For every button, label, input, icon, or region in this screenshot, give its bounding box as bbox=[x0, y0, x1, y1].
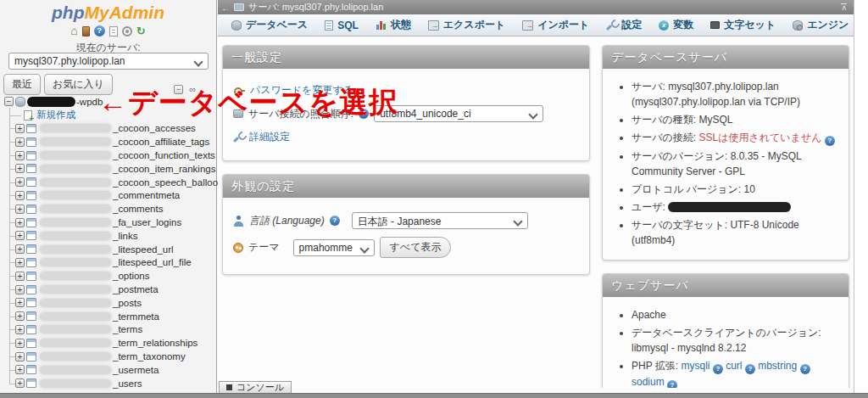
tree-table-row[interactable]: _term_taxonomy bbox=[0, 350, 214, 363]
general-settings-panel: 一般設定 パスワードを変更する サーバ接続の照合順序: utf8mb4_unic… bbox=[222, 45, 590, 161]
table-icon bbox=[26, 298, 36, 307]
tree-table-row[interactable]: _termmeta bbox=[0, 310, 214, 323]
help-icon[interactable] bbox=[800, 364, 810, 374]
documentation-icon[interactable] bbox=[109, 26, 118, 36]
redacted-table-prefix bbox=[40, 245, 111, 254]
expand-icon[interactable] bbox=[15, 258, 25, 267]
settings-gear-icon[interactable] bbox=[122, 26, 132, 36]
php-extension-link[interactable]: mbstring bbox=[758, 360, 797, 372]
tree-table-row[interactable]: _cocoon_item_rankings bbox=[0, 162, 214, 176]
expand-icon[interactable] bbox=[15, 311, 25, 321]
tab-status[interactable]: 状態 bbox=[367, 14, 420, 36]
tree-table-row[interactable]: _commentmeta bbox=[0, 189, 214, 203]
item-value: libmysql - mysqlnd 8.2.12 bbox=[632, 342, 746, 354]
recent-button[interactable]: 最近 bbox=[3, 74, 41, 95]
tab-import[interactable]: インポート bbox=[514, 14, 598, 36]
tree-table-row[interactable]: _posts bbox=[0, 296, 214, 310]
theme-select[interactable]: pmahomme bbox=[293, 239, 375, 256]
tab-settings[interactable]: 設定 bbox=[598, 14, 650, 36]
help-icon[interactable] bbox=[825, 136, 835, 146]
wrench-icon bbox=[233, 132, 244, 143]
expand-icon[interactable] bbox=[15, 218, 25, 227]
tree-table-row[interactable]: _cocoon_affiliate_tags bbox=[0, 135, 214, 149]
php-extension-link[interactable]: mysqli bbox=[681, 360, 709, 372]
server-select[interactable]: mysql307.phy.lolipop.lan bbox=[8, 53, 209, 70]
tab-label: 変数 bbox=[673, 18, 693, 32]
item-label: ユーザ: bbox=[632, 201, 665, 213]
table-name-suffix: _posts bbox=[113, 298, 142, 308]
expand-icon[interactable] bbox=[15, 244, 25, 254]
tab-engines[interactable]: エンジン bbox=[784, 14, 854, 36]
home-icon[interactable] bbox=[70, 25, 77, 36]
tree-table-row[interactable]: _usermeta bbox=[0, 363, 214, 377]
expand-icon[interactable] bbox=[15, 177, 25, 187]
item-label: サーバのバージョン: bbox=[632, 150, 727, 162]
link-panel-icon[interactable] bbox=[189, 85, 196, 94]
tab-export[interactable]: エクスポート bbox=[420, 14, 514, 36]
favorites-button[interactable]: お気に入り bbox=[44, 74, 113, 95]
expand-icon[interactable] bbox=[15, 298, 25, 307]
tab-databases[interactable]: データベース bbox=[223, 14, 316, 36]
expand-icon[interactable] bbox=[15, 151, 25, 160]
tab-sql[interactable]: SQL bbox=[316, 16, 367, 35]
info-column: データベースサーバ サーバ: mysql307.phy.lolipop.lan … bbox=[602, 45, 849, 388]
export-icon bbox=[428, 20, 439, 31]
change-password-link[interactable]: パスワードを変更する bbox=[250, 83, 353, 98]
tree-table-row[interactable]: _cocoon_accesses bbox=[0, 122, 214, 136]
tree-table-row[interactable]: _comments bbox=[0, 202, 214, 216]
expand-icon[interactable] bbox=[15, 231, 25, 240]
tab-charsets[interactable]: 文字セット bbox=[702, 14, 784, 36]
phpmyadmin-logo[interactable]: phpMyAdmin bbox=[0, 3, 216, 23]
help-icon[interactable] bbox=[713, 364, 723, 374]
language-select[interactable]: 日本語 - Japanese bbox=[352, 212, 528, 229]
expand-icon[interactable] bbox=[15, 164, 25, 173]
expand-icon[interactable] bbox=[15, 339, 25, 348]
tree-table-row[interactable]: _cocoon_speech_balloons bbox=[0, 176, 214, 189]
logout-icon[interactable] bbox=[82, 26, 90, 36]
tree-table-row[interactable]: _users bbox=[0, 377, 214, 390]
tree-table-row[interactable]: _postmeta bbox=[0, 283, 214, 296]
help-icon[interactable] bbox=[745, 364, 755, 374]
tree-table-row[interactable]: _links bbox=[0, 229, 214, 243]
tab-label: 状態 bbox=[391, 18, 411, 32]
more-settings-link[interactable]: 詳細設定 bbox=[249, 130, 290, 144]
table-name-suffix: _litespeed_url bbox=[113, 244, 174, 255]
tree-database-row[interactable]: -wpdb bbox=[0, 95, 214, 109]
expand-icon[interactable] bbox=[15, 325, 25, 334]
expand-icon[interactable] bbox=[15, 191, 25, 200]
expand-icon[interactable] bbox=[15, 272, 25, 281]
language-label: 言語 (Language) bbox=[249, 214, 325, 228]
php-extension-link[interactable]: curl bbox=[726, 360, 742, 372]
refresh-icon[interactable] bbox=[136, 25, 146, 36]
collapse-icon[interactable] bbox=[4, 97, 14, 106]
console-toggle[interactable]: コンソール bbox=[219, 381, 292, 393]
tree-new-table-row[interactable]: 新規作成 bbox=[0, 109, 214, 122]
db-server-user: ユーザ: bbox=[632, 199, 838, 215]
collapse-all-icon[interactable] bbox=[174, 85, 183, 94]
tree-table-row[interactable]: _fa_user_logins bbox=[0, 216, 214, 229]
hide-sidebar-arrow-icon[interactable] bbox=[221, 3, 230, 13]
tree-table-row[interactable]: _cocoon_function_texts bbox=[0, 149, 214, 162]
expand-icon[interactable] bbox=[15, 285, 25, 294]
docs-help-icon[interactable] bbox=[94, 25, 105, 36]
expand-icon[interactable] bbox=[15, 124, 25, 133]
tree-table-row[interactable]: _terms bbox=[0, 323, 214, 337]
new-table-label[interactable]: 新規作成 bbox=[36, 109, 75, 121]
tree-table-row[interactable]: _term_relationships bbox=[0, 336, 214, 350]
help-icon[interactable] bbox=[667, 380, 677, 388]
tab-variables[interactable]: 変数 bbox=[650, 14, 702, 36]
tree-table-row[interactable]: _options bbox=[0, 269, 214, 283]
collapse-menu-icon[interactable] bbox=[841, 3, 847, 12]
expand-icon[interactable] bbox=[15, 378, 25, 388]
show-all-themes-button[interactable]: すべて表示 bbox=[380, 237, 452, 258]
help-icon[interactable] bbox=[359, 109, 369, 119]
expand-icon[interactable] bbox=[15, 365, 25, 374]
expand-icon[interactable] bbox=[15, 352, 25, 362]
tree-table-row[interactable]: _litespeed_url bbox=[0, 243, 214, 256]
expand-icon[interactable] bbox=[15, 137, 25, 147]
collation-select[interactable]: utf8mb4_unicode_ci bbox=[374, 105, 543, 122]
expand-icon[interactable] bbox=[15, 205, 25, 214]
tree-table-row[interactable]: _litespeed_url_file bbox=[0, 256, 214, 270]
php-extension-link[interactable]: sodium bbox=[632, 376, 665, 388]
help-icon[interactable] bbox=[330, 216, 340, 226]
